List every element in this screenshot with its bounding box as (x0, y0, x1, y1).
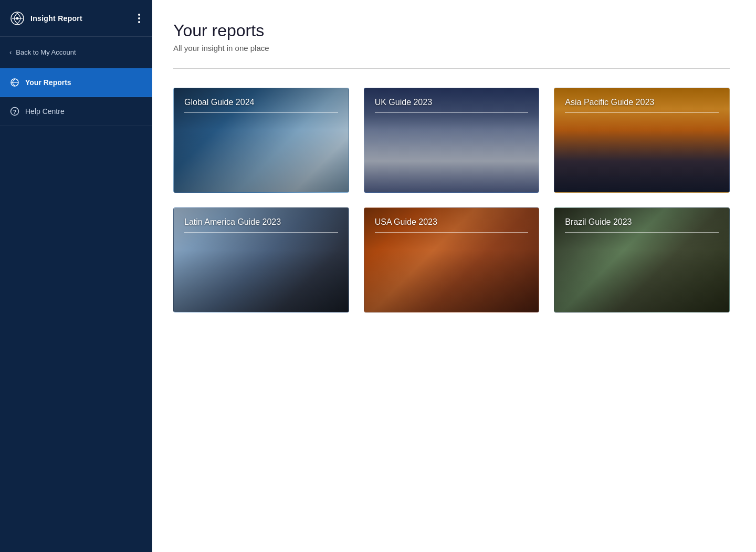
sidebar: Insight Report ‹ Back to My Account Your… (0, 0, 152, 552)
report-card-brazil-2023[interactable]: Brazil Guide 2023 (554, 207, 730, 313)
page-divider (173, 68, 730, 69)
sidebar-title-label: Insight Report (30, 14, 82, 23)
card-title: Latin America Guide 2023 (184, 217, 338, 227)
card-content: USA Guide 2023 (364, 208, 539, 242)
sidebar-header: Insight Report (0, 0, 152, 37)
back-label: Back to My Account (16, 48, 76, 56)
main-content: Your reports All your insight in one pla… (152, 0, 756, 552)
sidebar-item-label: Your Reports (25, 78, 71, 87)
sidebar-item-your-reports[interactable]: Your Reports (0, 68, 152, 97)
card-content: Latin America Guide 2023 (174, 208, 349, 242)
card-title: Global Guide 2024 (184, 98, 338, 107)
report-card-uk-2023[interactable]: UK Guide 2023 (364, 88, 540, 193)
card-title: Asia Pacific Guide 2023 (565, 98, 719, 107)
card-title: Brazil Guide 2023 (565, 217, 719, 227)
chevron-left-icon: ‹ (9, 48, 12, 56)
page-subtitle: All your insight in one place (173, 44, 730, 53)
sidebar-brand: Insight Report (9, 11, 82, 26)
card-divider (184, 112, 338, 113)
report-card-asia-2023[interactable]: Asia Pacific Guide 2023 (554, 88, 730, 193)
page-header: Your reports All your insight in one pla… (173, 21, 730, 53)
sidebar-item-help-centre[interactable]: ? Help Centre (0, 97, 152, 126)
page-title: Your reports (173, 21, 730, 40)
card-content: Brazil Guide 2023 (554, 208, 729, 242)
help-icon: ? (9, 106, 20, 117)
reports-icon (9, 77, 20, 88)
card-title: USA Guide 2023 (375, 217, 529, 227)
sidebar-navigation: ‹ Back to My Account Your Reports ? Help… (0, 37, 152, 552)
logo-icon (9, 11, 25, 26)
sidebar-menu-button[interactable] (135, 11, 143, 26)
report-card-usa-2023[interactable]: USA Guide 2023 (364, 207, 540, 313)
svg-text:?: ? (13, 109, 17, 115)
report-card-global-2024[interactable]: Global Guide 2024 (173, 88, 349, 193)
card-content: Asia Pacific Guide 2023 (554, 88, 729, 122)
report-card-latam-2023[interactable]: Latin America Guide 2023 (173, 207, 349, 313)
reports-grid: Global Guide 2024UK Guide 2023Asia Pacif… (173, 88, 730, 313)
sidebar-item-label: Help Centre (25, 107, 65, 116)
card-content: Global Guide 2024 (174, 88, 349, 122)
card-content: UK Guide 2023 (364, 88, 539, 122)
back-to-account-link[interactable]: ‹ Back to My Account (0, 37, 152, 68)
card-divider (565, 232, 719, 233)
card-divider (565, 112, 719, 113)
card-divider (375, 112, 529, 113)
svg-point-2 (16, 17, 19, 19)
card-divider (375, 232, 529, 233)
card-divider (184, 232, 338, 233)
card-title: UK Guide 2023 (375, 98, 529, 107)
